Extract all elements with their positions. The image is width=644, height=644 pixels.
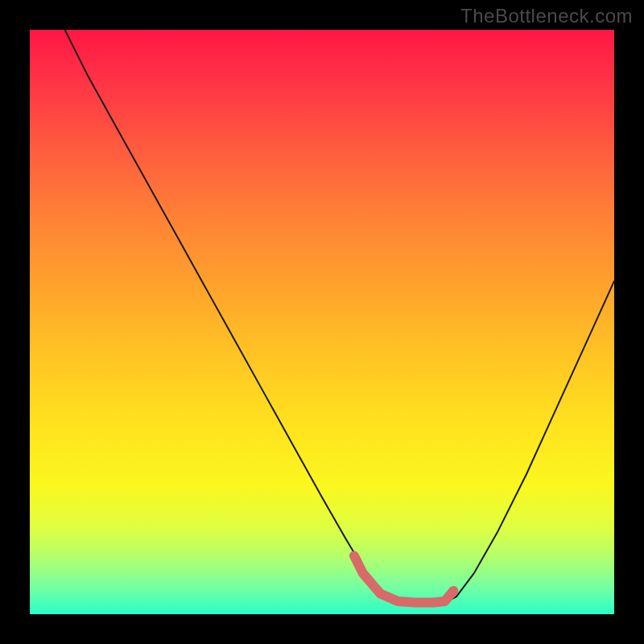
optimal-range-marker (354, 555, 453, 602)
bottleneck-curve (65, 30, 614, 602)
chart-svg (30, 30, 614, 614)
chart-plot-area (30, 30, 614, 614)
watermark-text: TheBottleneck.com (460, 5, 633, 27)
